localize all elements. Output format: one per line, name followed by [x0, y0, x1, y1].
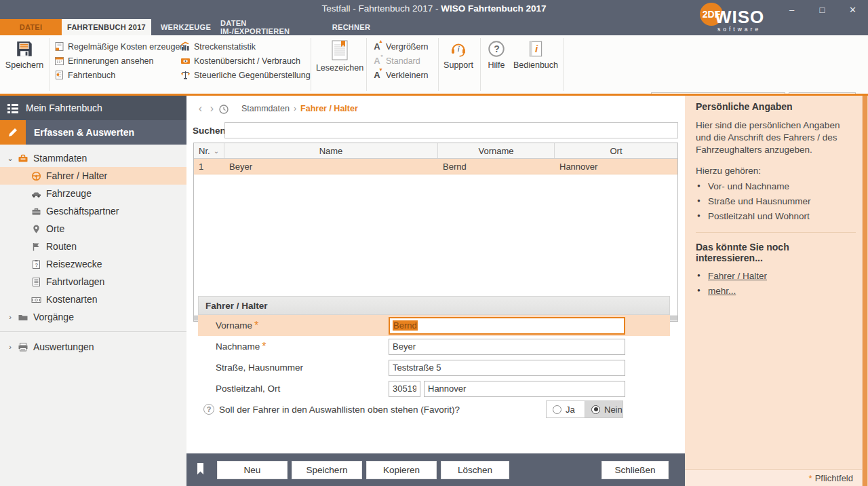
column-header-nr[interactable]: Nr.⌄: [194, 143, 224, 158]
question-circle-icon: ?: [203, 404, 214, 415]
list-search-input[interactable]: [224, 122, 678, 138]
steering-wheel-icon: [31, 170, 41, 182]
sidebar-item-fahrer-halter[interactable]: Fahrer / Halter: [0, 167, 186, 185]
floppy-disk-icon: [4, 39, 45, 58]
manual-book-icon: i: [511, 39, 560, 58]
kopieren-button[interactable]: Kopieren: [366, 461, 437, 479]
schliessen-button[interactable]: Schließen: [601, 461, 669, 479]
favorit-toggle: Ja Nein: [546, 400, 623, 418]
form-title: Fahrer / Halter: [198, 296, 670, 315]
ribbon-item-steuerliche-gegenueberstellung[interactable]: Steuerliche Gegenüberstellung: [180, 68, 311, 82]
bookmark-icon[interactable]: [196, 462, 205, 476]
ribbon-item-lesezeichen[interactable]: Lesezeichen: [315, 38, 365, 73]
sidebar-item-stammdaten[interactable]: ⌄ Stammdaten: [0, 149, 186, 167]
breadcrumb: ‹ › Stammdaten › Fahrer / Halter: [195, 102, 358, 115]
form-row-vorname: Vorname* Bernd: [198, 315, 670, 336]
ribbon-item-support[interactable]: i Support: [441, 38, 476, 70]
sidebar-item-geschaeftspartner[interactable]: Geschäftspartner: [0, 202, 186, 220]
neu-button[interactable]: Neu: [217, 461, 288, 479]
ribbon-item-regelmaessige-kosten[interactable]: Regelmäßige Kosten erzeugen: [54, 39, 184, 54]
required-field-note: *Pflichtfeld: [685, 469, 863, 486]
column-header-vorname[interactable]: Vorname: [438, 143, 555, 158]
save-button[interactable]: Speichern: [4, 38, 45, 70]
sidebar-item-reisezwecke[interactable]: ? Reisezwecke: [0, 255, 186, 273]
sidebar-item-vorgaenge[interactable]: › Vorgänge: [0, 308, 186, 326]
svg-text:?: ?: [494, 43, 500, 54]
ribbon-item-erinnerungen[interactable]: Erinnerungen ansehen: [54, 54, 154, 68]
close-button[interactable]: ✕: [837, 0, 868, 19]
ribbon-item-standard[interactable]: A● Standard: [372, 54, 420, 68]
sidebar-item-orte[interactable]: Orte: [0, 220, 186, 238]
tab-werkzeuge[interactable]: WERKZEUGE: [151, 19, 220, 35]
ribbon-item-verkleinern[interactable]: A▼ Verkleinern: [372, 68, 429, 82]
bar-chart-icon: [180, 41, 191, 52]
help-link-fahrer-halter[interactable]: Fahrer / Halter: [708, 271, 767, 281]
breadcrumb-parent[interactable]: Stammdaten: [241, 104, 290, 113]
history-clock-icon[interactable]: [218, 102, 229, 115]
sidebar-header-mein-fahrtenbuch[interactable]: Mein Fahrtenbuch: [0, 96, 186, 120]
chevron-right-icon[interactable]: ›: [5, 343, 15, 351]
nav-back-icon[interactable]: ‹: [195, 102, 206, 115]
radio-off-icon: [553, 405, 561, 414]
sidebar-header-erfassen-auswerten[interactable]: Erfassen & Auswerten: [0, 120, 186, 145]
help-link-mehr[interactable]: mehr...: [708, 286, 736, 296]
chevron-down-icon[interactable]: ⌄: [5, 154, 15, 163]
table-row[interactable]: 1 Beyer Bernd Hannover: [194, 159, 677, 174]
svg-text:i: i: [458, 45, 460, 53]
chevron-right-icon[interactable]: ›: [5, 313, 15, 321]
folder-icon: [18, 312, 28, 323]
list-search-label: Suchen: [193, 126, 224, 136]
ort-field[interactable]: [424, 381, 625, 397]
sidebar: Mein Fahrtenbuch Erfassen & Auswerten ⌄ …: [0, 96, 186, 486]
column-header-name[interactable]: Name: [224, 143, 438, 158]
help-subtitle: Hierzu gehören:: [696, 165, 856, 177]
vorname-field[interactable]: Bernd: [389, 317, 625, 335]
table-header: Nr.⌄ Name Vorname Ort: [194, 143, 677, 159]
nav-forward-icon[interactable]: ›: [206, 102, 218, 115]
toolbox-icon: [18, 153, 28, 164]
favorit-option-ja[interactable]: Ja: [546, 400, 585, 418]
maximize-button[interactable]: □: [807, 0, 837, 19]
speichern-button[interactable]: Speichern: [292, 461, 362, 479]
sidebar-item-routen[interactable]: Routen: [0, 238, 186, 255]
help-scrollbar[interactable]: [862, 96, 868, 486]
sort-chevron-icon: ⌄: [214, 147, 219, 155]
favorit-option-nein[interactable]: Nein: [585, 400, 623, 418]
sidebar-item-fahrzeuge[interactable]: Fahrzeuge: [0, 185, 186, 202]
map-pin-icon: [31, 223, 41, 235]
help-paragraph: Hier sind die persönlichen Angaben und d…: [696, 119, 856, 155]
form-row-nachname: Nachname*: [198, 336, 670, 357]
sidebar-item-kostenarten[interactable]: Kostenarten: [0, 291, 186, 308]
action-bar: Neu Speichern Kopieren Löschen Schließen: [186, 453, 685, 486]
ribbon-item-vergroessern[interactable]: A▲ Vergrößern: [372, 39, 429, 54]
sidebar-item-fahrtvorlagen[interactable]: Fahrtvorlagen: [0, 273, 186, 291]
help-bullet-list: Vor- und Nachname Straße und Hausnummer …: [697, 181, 856, 221]
plz-field[interactable]: [389, 381, 420, 397]
records-table: Nr.⌄ Name Vorname Ort 1 Beyer Bernd Hann…: [193, 143, 678, 322]
loeschen-button[interactable]: Löschen: [441, 461, 509, 479]
main-content: ‹ › Stammdaten › Fahrer / Halter Suchen …: [186, 96, 685, 486]
form-row-plz-ort: Postleitzahl, Ort: [198, 378, 670, 399]
app-window: Testfall - Fahrtenbuch 2017 - WISO Fahrt…: [0, 0, 868, 486]
ribbon-item-streckenstatistik[interactable]: Streckenstatistik: [180, 39, 256, 54]
pencil-icon: [0, 120, 26, 145]
tab-datei[interactable]: DATEI: [0, 19, 62, 35]
ribbon-item-fahrtenbuch[interactable]: Fahrtenbuch: [54, 68, 115, 82]
help-link-list: Fahrer / Halter mehr...: [697, 271, 856, 296]
help-interest-title: Das könnte Sie noch interessieren...: [696, 242, 856, 263]
logbook-icon: [54, 70, 64, 80]
ribbon-item-hilfe[interactable]: ? Hilfe: [483, 38, 510, 70]
tab-daten-im-exportieren[interactable]: DATEN IM-/EXPORTIEREN: [220, 19, 316, 35]
nachname-field[interactable]: [389, 339, 625, 355]
bookmark-page-icon: [315, 39, 365, 61]
ribbon-item-kostenuebersicht[interactable]: Kostenübersicht / Verbrauch: [180, 54, 300, 68]
ribbon-item-bedienbuch[interactable]: i Bedienbuch: [511, 38, 560, 70]
sidebar-tree: ⌄ Stammdaten Fahrer / Halter Fahrzeuge G…: [0, 149, 186, 356]
tab-fahrtenbuch-2017[interactable]: FAHRTENBUCH 2017: [62, 19, 151, 35]
help-title: Persönliche Angaben: [696, 101, 856, 112]
column-header-ort[interactable]: Ort: [555, 143, 677, 158]
sidebar-item-auswertungen[interactable]: › Auswertungen: [0, 338, 186, 356]
briefcase-icon: [31, 206, 41, 217]
strasse-field[interactable]: [389, 360, 625, 376]
tab-rechner[interactable]: RECHNER: [316, 19, 387, 35]
